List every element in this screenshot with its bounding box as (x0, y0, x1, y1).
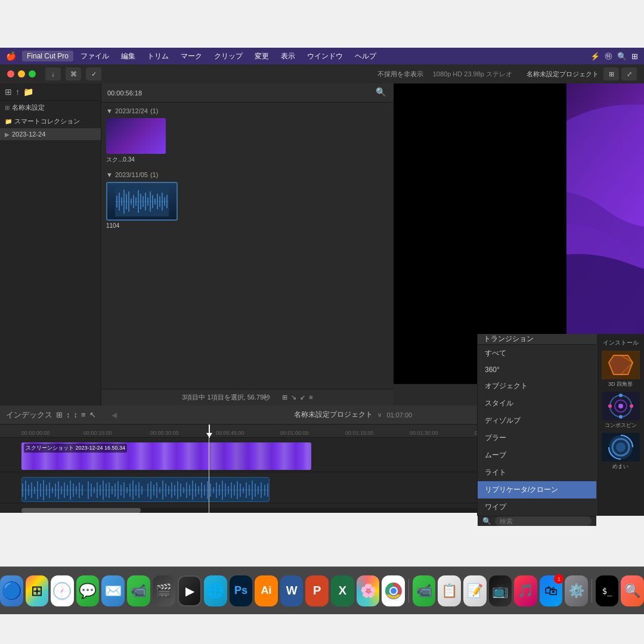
dock-item-chrome[interactable] (382, 575, 405, 606)
search-icon[interactable]: 🔍 (617, 52, 627, 61)
media-thumb-video[interactable] (106, 118, 166, 154)
download-button[interactable]: ↓ (45, 67, 61, 80)
transition-item-replicator[interactable]: リプリケータ/クローン (478, 481, 596, 499)
menu-window[interactable]: ウインドウ (302, 50, 348, 63)
transition-item-dissolve[interactable]: ディゾルブ (478, 412, 596, 429)
transition-item-style[interactable]: スタイル (478, 395, 596, 412)
dock-item-freeform[interactable]: 📝 (463, 575, 487, 606)
dock-item-music[interactable]: 🎵 (514, 575, 537, 606)
status-icons: ⊞ ↘ ↙ ≡ (282, 394, 312, 401)
dock-item-finder[interactable]: 🔵 (0, 575, 23, 606)
date-header-1224[interactable]: ▼ 2023/12/24 (1) (106, 107, 389, 114)
install-panel: インストール 3D 四角形 (596, 334, 644, 516)
sidebar-item-date[interactable]: ▶ 2023-12-24 (0, 128, 101, 140)
dock-item-terminal[interactable]: $_ (596, 575, 619, 606)
menu-clip[interactable]: クリップ (209, 50, 247, 63)
sidebar-item-library[interactable]: ⊞ 名称未設定 (0, 101, 101, 114)
scrollbar-thumb[interactable] (21, 508, 141, 513)
library-icon: ⊞ (5, 104, 10, 111)
menu-change[interactable]: 変更 (250, 50, 274, 63)
check-button[interactable]: ✓ (86, 67, 101, 80)
duration-display: 00:00:56:18 (107, 89, 142, 97)
sidebar-icon-3[interactable]: 📁 (23, 87, 33, 97)
dock-item-reminders[interactable]: 📋 (438, 575, 461, 606)
dock-item-launchpad[interactable]: ⊞ (26, 575, 49, 606)
tl-tool-3[interactable]: ↕ (74, 410, 78, 419)
sidebar-icon-1[interactable]: ⊞ (5, 87, 12, 97)
maximize-button[interactable] (29, 70, 36, 78)
timeline-toolbar-left: インデックス ⊞ ↕ ↕ ≡ ↖ (6, 410, 96, 420)
dock-item-word[interactable]: W (280, 575, 304, 606)
status-icon-2[interactable]: ↘ (291, 394, 296, 401)
key-button[interactable]: ⌘ (66, 67, 81, 80)
status-icon-4[interactable]: ≡ (309, 394, 312, 401)
date-label-1224: 2023/12/24 (115, 107, 148, 114)
transition-item-move[interactable]: ムーブ (478, 447, 596, 464)
media-thumb-audio[interactable] (106, 182, 178, 221)
media-search-icon[interactable]: 🔍 (376, 87, 388, 99)
dock-item-photos[interactable]: 🌸 (357, 575, 380, 606)
dock-item-facetime2[interactable]: 📹 (413, 575, 436, 606)
grid-view-btn[interactable]: ⊞ (603, 67, 619, 80)
tl-tool-4[interactable]: ≡ (81, 410, 86, 419)
install-item-3[interactable]: めまい (602, 433, 640, 470)
status-bar: 3項目中 1項目を選択, 56.79秒 ⊞ ↘ ↙ ≡ (101, 389, 394, 405)
tl-tool-5[interactable]: ↖ (89, 410, 96, 419)
dock-item-facetime[interactable]: 📹 (127, 575, 150, 606)
menu-view[interactable]: 表示 (276, 50, 300, 63)
transition-item-all[interactable]: すべて (478, 345, 596, 362)
project-settings: 1080p HD 23.98p ステレオ (433, 70, 512, 79)
video-clip-label: スクリーンショット 2023-12-24 16.50.34 (24, 444, 127, 453)
sidebar-icon-2[interactable]: ↑ (16, 87, 20, 97)
menu-file[interactable]: ファイル (76, 50, 114, 63)
install-label-2: コンポスピン (605, 422, 637, 429)
dock-item-ps[interactable]: Ps (230, 575, 253, 606)
dock-item-imovie[interactable]: 🎬 (153, 575, 176, 606)
sidebar-toolbar: ⊞ ↑ 📁 (0, 83, 101, 101)
status-icon-1[interactable]: ⊞ (282, 394, 287, 401)
media-item-1224[interactable]: スク...0.34 (106, 118, 166, 164)
dock-item-appstore[interactable]: 🛍 1 (540, 575, 563, 606)
dock-item-messages[interactable]: 💬 (76, 575, 100, 606)
date-header-1105[interactable]: ▼ 2023/11/05 (1) (106, 171, 389, 178)
media-item-1105[interactable]: 1104 (106, 182, 178, 229)
dock-item-excel[interactable]: X (331, 575, 354, 606)
dock-item-ppt[interactable]: P (305, 575, 329, 606)
dock-item-mail[interactable]: ✉️ (101, 575, 125, 606)
close-button[interactable] (7, 70, 14, 78)
audio-clip[interactable] (21, 477, 270, 502)
transition-item-360[interactable]: 360° (478, 362, 596, 377)
dock-item-safari[interactable] (51, 575, 74, 606)
menu-edit[interactable]: 編集 (116, 50, 140, 63)
transition-item-light[interactable]: ライト (478, 464, 596, 481)
menu-mark[interactable]: マーク (176, 50, 207, 63)
dock-item-ai[interactable]: Ai (255, 575, 278, 606)
apple-logo: 🍎 (6, 51, 16, 61)
video-clip[interactable]: スクリーンショット 2023-12-24 16.50.34 (21, 442, 311, 470)
dock-item-fcpx[interactable]: ▶ (178, 575, 202, 606)
install-item-1[interactable]: 3D 四角形 (602, 351, 640, 388)
dock-item-clean[interactable]: 🔍 (621, 575, 644, 606)
hide-rejected-btn[interactable]: 不採用を非表示 (377, 70, 423, 79)
transition-item-wipe[interactable]: ワイプ (478, 499, 596, 516)
ruler-0: 00:00:00:00 (21, 430, 50, 436)
control-center-icon[interactable]: ⊞ (631, 52, 638, 61)
panel-header-transitions: トランジション (478, 334, 596, 345)
fullscreen-btn[interactable]: ⤢ (621, 67, 637, 80)
dock-item-settings[interactable]: ⚙️ (565, 575, 588, 606)
sidebar-item-smart[interactable]: 📁 スマートコレクション (0, 114, 101, 128)
transition-item-object[interactable]: オブジェクト (478, 377, 596, 395)
dock-item-web[interactable]: 🌐 (204, 575, 227, 606)
menu-app-name[interactable]: Final Cut Pro (22, 51, 73, 61)
menu-help[interactable]: ヘルプ (350, 50, 381, 63)
status-icon-3[interactable]: ↙ (300, 394, 305, 401)
minimize-button[interactable] (18, 70, 25, 78)
dock-item-tv[interactable]: 📺 (489, 575, 512, 606)
transition-item-blur[interactable]: ブラー (478, 429, 596, 447)
svg-point-135 (391, 588, 397, 594)
install-item-2[interactable]: コンポスピン (602, 392, 640, 429)
menu-trim[interactable]: トリム (143, 50, 174, 63)
tl-tool-2[interactable]: ↕ (66, 410, 70, 419)
tl-tool-1[interactable]: ⊞ (56, 410, 63, 419)
search-input-panel[interactable] (495, 516, 592, 526)
